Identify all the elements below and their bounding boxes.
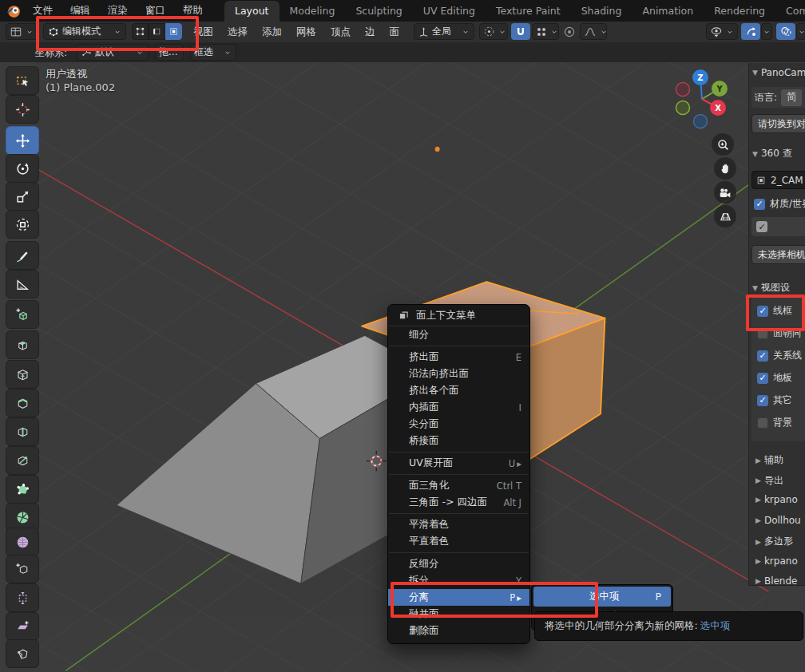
- panel-collapsed-section[interactable]: ▶Blende: [755, 575, 797, 586]
- inset-faces-tool-button[interactable]: [6, 360, 39, 389]
- camera-object-field[interactable]: 2_CAM: [751, 171, 805, 189]
- viewport-menu-item[interactable]: 面: [383, 26, 407, 39]
- context-menu-item[interactable]: 分离P▸: [388, 589, 529, 606]
- scale-tool-button[interactable]: [6, 182, 39, 211]
- submenu-item[interactable]: 选中项P: [533, 587, 671, 607]
- view-setting-checkbox-row[interactable]: ✓线框: [757, 304, 792, 318]
- context-menu-item[interactable]: 桥接面: [388, 433, 529, 449]
- loop-cut-tool-button[interactable]: [6, 417, 39, 446]
- panel-section-panocam[interactable]: ▼ PanoCamA: [752, 67, 805, 78]
- measure-tool-button[interactable]: [6, 270, 39, 298]
- topbar-menu-item[interactable]: 编辑: [61, 4, 99, 18]
- smooth-tool-button[interactable]: [6, 528, 39, 556]
- visibility-dropdown[interactable]: [706, 23, 738, 40]
- cursor-3d-tool-button[interactable]: [6, 95, 39, 124]
- view-setting-checkbox-row[interactable]: 面朝向: [757, 326, 802, 340]
- extrude-region-tool-button[interactable]: [6, 330, 39, 359]
- proportional-falloff-dropdown[interactable]: [580, 23, 607, 40]
- panel-collapsed-section[interactable]: ▶Dollhou: [755, 515, 801, 526]
- context-menu-item[interactable]: UV展开面U▸: [388, 455, 529, 472]
- context-menu-item[interactable]: 面三角化Ctrl T: [388, 477, 529, 494]
- blender-logo-icon[interactable]: [6, 3, 22, 18]
- workspace-tab[interactable]: Compositing: [775, 1, 805, 22]
- mode-dropdown[interactable]: 编辑模式: [43, 23, 126, 40]
- bevel-tool-button[interactable]: [6, 389, 39, 417]
- workspace-tab[interactable]: Animation: [632, 1, 704, 22]
- shrink-fatten-tool-button[interactable]: [6, 583, 39, 612]
- view-setting-checkbox-row[interactable]: ✓其它: [757, 393, 792, 407]
- add-cube-tool-button[interactable]: [6, 300, 39, 329]
- context-menu-item[interactable]: 细分: [388, 326, 529, 343]
- context-menu-item[interactable]: 平滑着色: [388, 516, 529, 533]
- panel-collapsed-section[interactable]: ▶导出: [755, 474, 783, 488]
- context-menu-item[interactable]: 反细分: [388, 555, 529, 572]
- no-camera-button[interactable]: 未选择相机: [751, 245, 805, 264]
- switch-button[interactable]: 请切换到对: [751, 114, 805, 133]
- workspace-tab[interactable]: Texture Paint: [486, 1, 571, 22]
- drag-mode-button[interactable]: 拖...: [155, 44, 184, 61]
- view-setting-checkbox-row[interactable]: ✓关系线: [757, 349, 802, 362]
- language-dropdown[interactable]: 简: [781, 89, 802, 106]
- poly-build-tool-button[interactable]: [6, 475, 39, 504]
- viewport-menu-item[interactable]: 边: [358, 26, 383, 39]
- viewport-menu-item[interactable]: 添加: [255, 26, 289, 39]
- workspace-tab[interactable]: Rendering: [704, 1, 775, 22]
- context-menu-item[interactable]: 沿法向挤出面: [388, 366, 529, 382]
- vertex-mode-button[interactable]: [132, 23, 149, 40]
- context-menu-item[interactable]: 内插面I: [388, 399, 529, 416]
- face-mode-button[interactable]: [165, 23, 182, 40]
- panel-collapsed-section[interactable]: ▶多边形: [755, 535, 793, 548]
- context-menu-item[interactable]: 尖分面: [388, 416, 529, 433]
- context-menu-item[interactable]: 删除面: [388, 623, 529, 639]
- select-box-tool-button[interactable]: [6, 66, 39, 95]
- viewport-menu-item[interactable]: 视图: [186, 26, 220, 39]
- coordinate-system-dropdown[interactable]: 默认: [77, 44, 149, 61]
- gizmos-toggle-button[interactable]: [741, 23, 760, 40]
- shear-tool-button[interactable]: [6, 612, 39, 641]
- perspective-toggle-button[interactable]: [714, 205, 736, 227]
- viewport-menu-item[interactable]: 选择: [220, 26, 255, 39]
- snap-toggle-button[interactable]: [511, 23, 530, 40]
- annotate-tool-button[interactable]: [6, 241, 39, 270]
- transform-orientation-dropdown[interactable]: 全局: [414, 23, 474, 40]
- viewport-menu-item[interactable]: 顶点: [323, 26, 358, 39]
- rotate-tool-button[interactable]: [6, 154, 39, 183]
- camera-view-button[interactable]: [714, 181, 736, 204]
- editor-type-dropdown[interactable]: [6, 23, 38, 40]
- edge-mode-button[interactable]: [149, 23, 165, 40]
- pan-button[interactable]: [714, 157, 736, 180]
- panel-section-view-settings[interactable]: ▼ 视图设: [752, 281, 790, 294]
- move-tool-button[interactable]: [6, 126, 39, 155]
- topbar-menu-item[interactable]: 窗口: [137, 4, 174, 18]
- proportional-editing-button[interactable]: [561, 23, 578, 40]
- knife-tool-button[interactable]: [6, 446, 39, 475]
- topbar-menu-item[interactable]: 渲染: [99, 4, 137, 18]
- gizmos-dropdown[interactable]: [761, 23, 772, 40]
- context-menu-item[interactable]: 平直着色: [388, 533, 529, 550]
- overlays-dropdown[interactable]: [796, 23, 805, 40]
- context-menu-item[interactable]: 挤出各个面: [388, 382, 529, 399]
- zoom-button[interactable]: [712, 133, 734, 156]
- overlays-toggle-button[interactable]: [776, 23, 795, 40]
- view-setting-checkbox-row[interactable]: ✓地板: [757, 371, 792, 385]
- viewport-menu-item[interactable]: 网格: [289, 26, 323, 39]
- context-menu-item[interactable]: 三角面 -> 四边面Alt J: [388, 494, 529, 511]
- snap-with-dropdown[interactable]: [532, 23, 559, 40]
- panel-collapsed-section[interactable]: ▶krpano: [755, 494, 798, 505]
- workspace-tab[interactable]: Layout: [224, 1, 280, 22]
- workspace-tab[interactable]: UV Editing: [413, 1, 486, 22]
- workspace-tab[interactable]: Modeling: [280, 1, 346, 22]
- checkbox-checked-icon[interactable]: ✓: [756, 221, 767, 232]
- rip-region-tool-button[interactable]: [6, 639, 39, 668]
- navigation-gizmo[interactable]: ZYX: [673, 67, 737, 134]
- box-select-mode-dropdown[interactable]: 框选: [190, 44, 236, 61]
- context-menu-item[interactable]: 挤出面E: [388, 349, 529, 366]
- pivot-point-dropdown[interactable]: [479, 23, 508, 40]
- workspace-tab[interactable]: Sculpting: [345, 1, 412, 22]
- edge-slide-tool-button[interactable]: [6, 555, 39, 583]
- context-menu-item[interactable]: 融并面: [388, 606, 529, 623]
- context-menu-item[interactable]: 拆分Y: [388, 572, 529, 589]
- panel-section-360[interactable]: ▼ 360 查: [752, 147, 792, 160]
- panel-collapsed-section[interactable]: ▶krpano: [755, 555, 798, 567]
- transform-tool-button[interactable]: [6, 210, 39, 239]
